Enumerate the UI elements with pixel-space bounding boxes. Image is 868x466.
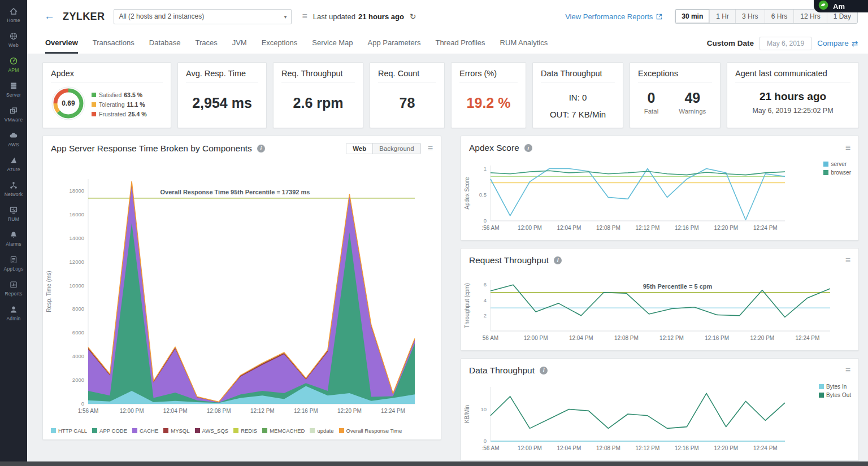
- kpi-title: Data Throughput: [541, 69, 615, 82]
- sidebar-item-network[interactable]: Network: [0, 176, 27, 201]
- legend-item-update[interactable]: update: [310, 428, 333, 434]
- tab-service-map[interactable]: Service Map: [312, 33, 353, 54]
- main-area: ← ZYLKER All (2 hosts and 2 instances) ▾…: [27, 0, 868, 466]
- sidebar-item-home[interactable]: Home: [0, 2, 27, 27]
- sidebar-item-rum[interactable]: RUM: [0, 201, 27, 226]
- chat-widget[interactable]: Am: [814, 0, 868, 12]
- svg-text:1: 1: [484, 166, 487, 172]
- sidebar-item-apm[interactable]: APM: [0, 52, 27, 77]
- sidebar-item-reports[interactable]: Reports: [0, 276, 27, 300]
- tab-exceptions[interactable]: Exceptions: [262, 33, 298, 54]
- legend-item-http-call[interactable]: HTTP CALL: [51, 428, 87, 434]
- sidebar-item-label: RUM: [8, 216, 19, 222]
- legend-item-app-code[interactable]: APP CODE: [92, 428, 127, 434]
- sidebar: HomeWebAPMServerVMwareAWSAzureNetworkRUM…: [0, 0, 27, 466]
- legend-item-browser[interactable]: browser: [823, 169, 851, 176]
- panel-title: Request Throughput: [469, 255, 549, 265]
- sidebar-item-vmware[interactable]: VMware: [0, 102, 27, 127]
- panel-menu-icon[interactable]: ≡: [845, 255, 850, 265]
- time-range-1-hr[interactable]: 1 Hr: [710, 10, 736, 23]
- view-performance-reports-link[interactable]: View Performance Reports: [565, 12, 662, 21]
- custom-date-input[interactable]: May 6, 2019: [760, 37, 811, 50]
- time-range-30-min[interactable]: 30 min: [675, 10, 710, 23]
- svg-text:12:04 PM: 12:04 PM: [163, 408, 188, 414]
- tabbar-right: Custom Date May 6, 2019 Compare ⇄: [707, 33, 858, 54]
- sidebar-item-admin[interactable]: Admin: [0, 300, 27, 325]
- tab-database[interactable]: Database: [149, 33, 181, 54]
- svg-text:12:12 PM: 12:12 PM: [250, 408, 275, 414]
- legend-item-overall-response-time[interactable]: Overall Response Time: [339, 428, 402, 434]
- info-icon[interactable]: i: [257, 145, 265, 153]
- sidebar-item-aws[interactable]: AWS: [0, 127, 27, 151]
- legend-item-cache[interactable]: CACHE: [132, 428, 158, 434]
- svg-text:12:20 PM: 12:20 PM: [750, 335, 774, 341]
- web-background-toggle: WebBackground: [346, 143, 420, 154]
- data-throughput-legend: Bytes InBytes Out: [819, 384, 851, 398]
- tab-traces[interactable]: Traces: [195, 33, 217, 54]
- legend-item-bytes-in[interactable]: Bytes In: [819, 384, 851, 390]
- legend-item-bytes-out[interactable]: Bytes Out: [819, 392, 851, 398]
- time-range-3-hrs[interactable]: 3 Hrs: [736, 10, 765, 23]
- tab-jvm[interactable]: JVM: [232, 33, 247, 54]
- sidebar-item-label: Admin: [6, 316, 20, 321]
- kpi-value: 78: [378, 95, 436, 111]
- agent-last-communicated-date: May 6, 2019 12:25:02 PM: [735, 107, 850, 115]
- vmware-icon: [9, 106, 18, 115]
- panel-menu-icon[interactable]: ≡: [845, 143, 850, 153]
- legend-item-mysql[interactable]: MYSQL: [163, 428, 189, 434]
- svg-text:12:24 PM: 12:24 PM: [753, 445, 778, 451]
- back-button[interactable]: ←: [44, 10, 55, 23]
- kpi-card-req-count: Req. Count 78: [370, 62, 445, 128]
- host-selector-dropdown[interactable]: All (2 hosts and 2 instances) ▾: [114, 9, 292, 24]
- host-selector-value: All (2 hosts and 2 instances): [119, 12, 204, 20]
- legend-item-aws_sqs[interactable]: AWS_SQS: [195, 428, 229, 434]
- tab-overview[interactable]: Overview: [45, 33, 78, 54]
- info-icon[interactable]: i: [554, 256, 562, 264]
- svg-text:16000: 16000: [70, 211, 84, 217]
- tab-app-parameters[interactable]: App Parameters: [368, 33, 421, 54]
- svg-text:12:00 PM: 12:00 PM: [120, 408, 144, 414]
- request-throughput-card: Request Throughput i ≡ 246Throughput (cp…: [461, 248, 859, 351]
- tab-rum-analytics[interactable]: RUM Analytics: [500, 33, 548, 54]
- info-icon[interactable]: i: [540, 367, 548, 374]
- svg-text:12:12 PM: 12:12 PM: [635, 445, 659, 451]
- toggle-web[interactable]: Web: [346, 143, 373, 154]
- tab-transactions[interactable]: Transactions: [93, 33, 134, 54]
- legend-item-server[interactable]: server: [823, 161, 851, 167]
- svg-text:Apdex Score: Apdex Score: [464, 177, 470, 210]
- sidebar-item-applogs[interactable]: AppLogs: [0, 251, 27, 276]
- svg-text:4: 4: [484, 297, 487, 303]
- rum-icon: [9, 206, 18, 215]
- sidebar-item-label: VMware: [5, 117, 23, 123]
- panel-menu-icon[interactable]: ≡: [845, 365, 850, 376]
- last-updated-prefix: Last updated: [313, 12, 355, 21]
- kpi-card-errors: Errors (%) 19.2 %: [451, 62, 526, 128]
- server-icon: [9, 81, 18, 90]
- svg-text:8000: 8000: [72, 306, 84, 312]
- time-range-6-hrs[interactable]: 6 Hrs: [765, 10, 795, 23]
- sidebar-item-azure[interactable]: Azure: [0, 151, 27, 176]
- sidebar-item-server[interactable]: Server: [0, 77, 27, 102]
- content: Apdex 0.69 Satisfied 63.5 %Tolerating 11…: [27, 54, 868, 466]
- legend-item-memcached[interactable]: MEMCACHED: [262, 428, 305, 434]
- panel-menu-icon[interactable]: ≡: [428, 143, 433, 154]
- refresh-icon[interactable]: ↻: [410, 12, 416, 21]
- info-icon[interactable]: i: [524, 144, 532, 152]
- compare-icon: ⇄: [852, 39, 858, 48]
- sidebar-item-label: Azure: [7, 167, 20, 172]
- svg-text:12:24 PM: 12:24 PM: [795, 335, 819, 341]
- legend-item-redis[interactable]: REDIS: [233, 428, 257, 434]
- svg-text:12:16 PM: 12:16 PM: [294, 408, 318, 414]
- sidebar-item-alarms[interactable]: Alarms: [0, 226, 27, 251]
- sidebar-item-web[interactable]: Web: [0, 27, 27, 52]
- svg-text:KB/Min: KB/Min: [464, 405, 470, 423]
- data-throughput-card: Data Throughput i ≡ 010KB/Min:56 AM12:00…: [461, 358, 859, 461]
- tab-thread-profiles[interactable]: Thread Profiles: [435, 33, 485, 54]
- kpi-title: Agent last communicated: [735, 69, 850, 82]
- compare-link[interactable]: Compare ⇄: [817, 39, 858, 48]
- instance-list-icon[interactable]: ≡: [302, 11, 307, 21]
- panel-title: Apdex Score: [469, 143, 519, 153]
- toggle-background[interactable]: Background: [373, 143, 420, 154]
- response-time-chart: 0200040006000800010000120001400016000180…: [43, 159, 441, 426]
- apdex-legend-item: Satisfied 63.5 %: [92, 92, 147, 98]
